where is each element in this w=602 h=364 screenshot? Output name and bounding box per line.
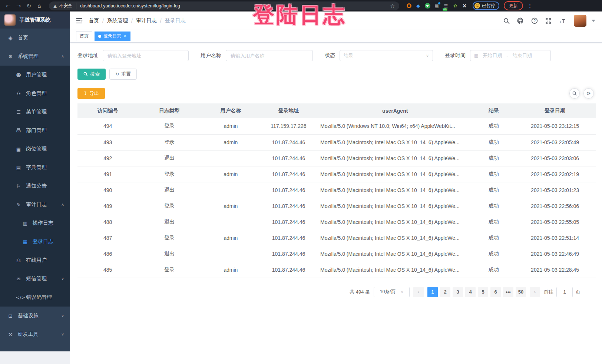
- more-pages-button[interactable]: •••: [503, 287, 513, 297]
- browser-home-icon[interactable]: ⌂: [35, 1, 44, 10]
- sidebar-item-home[interactable]: ◉首页: [0, 29, 70, 47]
- chevron-down-icon: ∨: [61, 314, 64, 318]
- sidebar-item-sms-management[interactable]: ✉短信管理∨: [0, 269, 70, 288]
- login-address-label: 登录地址: [77, 52, 98, 59]
- extension-green-heart-icon[interactable]: ♥: [424, 3, 430, 9]
- sidebar-item-audit-log[interactable]: ✎审计日志∧: [0, 195, 70, 214]
- github-icon[interactable]: [517, 17, 524, 24]
- sidebar-toggle-icon[interactable]: [76, 18, 83, 24]
- sidebar-item-dev-tools[interactable]: ⚒研发工具∨: [0, 325, 70, 344]
- export-button[interactable]: ↧ 导出: [77, 88, 105, 99]
- chevron-down-icon: ∨: [401, 290, 403, 294]
- sidebar-item-infrastructure[interactable]: ⊡基础设施∨: [0, 307, 70, 325]
- breadcrumb-separator: /: [160, 18, 162, 24]
- page-size-select[interactable]: 10条/页 ∨: [374, 287, 410, 297]
- search-icon[interactable]: [503, 18, 510, 24]
- tab-close-icon[interactable]: ✕: [123, 34, 127, 39]
- sidebar-item-operation-log[interactable]: ▥操作日志: [0, 214, 70, 232]
- breadcrumb-item[interactable]: 系统管理: [107, 17, 128, 24]
- sidebar-item-error-code-management[interactable]: </>错误码管理: [0, 288, 70, 307]
- cell-id: 492: [77, 150, 138, 166]
- sidebar-item-role-management[interactable]: ⚇角色管理: [0, 84, 70, 103]
- date-range-picker[interactable]: ▦ 开始日期 - 结束日期: [470, 50, 551, 61]
- profile-paused-badge[interactable]: ☺ 已暂停: [473, 1, 499, 10]
- edit-icon: ✎: [16, 202, 22, 208]
- browser-back-icon[interactable]: ←: [4, 1, 13, 10]
- page-4-button[interactable]: 4: [465, 287, 476, 297]
- table-row: 489登录admin101.87.244.46Mozilla/5.0 (Maci…: [77, 198, 596, 214]
- book-icon: ▤: [16, 165, 22, 171]
- page-6-button[interactable]: 6: [490, 287, 501, 297]
- fullscreen-icon[interactable]: [545, 18, 552, 24]
- cell-date: 2021-05-03 22:55:05: [514, 214, 596, 230]
- cell-type: 退出: [138, 182, 201, 198]
- breadcrumb-item[interactable]: 首页: [89, 17, 99, 24]
- sidebar-item-login-log[interactable]: ▦登录日志: [0, 232, 70, 251]
- next-page-button[interactable]: ›: [530, 287, 540, 297]
- username-input[interactable]: [226, 50, 313, 61]
- browser-update-button[interactable]: 更新: [504, 1, 523, 10]
- address-bar[interactable]: ▲ 不安全 dashboard.yudao.iocoder.cn/system/…: [49, 1, 399, 10]
- prev-page-button[interactable]: ‹: [413, 287, 424, 297]
- sidebar-item-menu-management[interactable]: ☰菜单管理: [0, 103, 70, 121]
- font-size-icon[interactable]: TT: [559, 18, 566, 24]
- sidebar-item-notice-management[interactable]: ⚐通知公告: [0, 177, 70, 195]
- app-logo[interactable]: 芋道管理系统: [0, 11, 70, 29]
- reset-button[interactable]: ↻ 重置: [109, 69, 137, 80]
- cell-user: [201, 182, 261, 198]
- cell-ip: 101.87.244.46: [261, 198, 317, 214]
- cell-date: 2021-05-03 23:12:15: [514, 118, 596, 134]
- logo-image: [4, 14, 16, 26]
- cell-user: admin: [201, 262, 261, 278]
- goto-page-input[interactable]: [556, 287, 573, 297]
- sidebar-item-dict-management[interactable]: ▤字典管理: [0, 158, 70, 177]
- login-address-input[interactable]: [103, 50, 189, 61]
- sidebar-item-online-users[interactable]: ☊在线用户: [0, 251, 70, 269]
- status-select[interactable]: 结果 ∨: [340, 50, 433, 61]
- sidebar-item-label: 短信管理: [26, 275, 47, 282]
- cell-user: [201, 150, 261, 166]
- page-1-button[interactable]: 1: [427, 287, 438, 297]
- avatar-caret-icon[interactable]: [592, 20, 595, 22]
- security-warning[interactable]: ▲ 不安全: [53, 3, 76, 9]
- breadcrumb: 首页/系统管理/审计日志/登录日志: [89, 17, 186, 24]
- extension-orange-icon[interactable]: [406, 3, 412, 9]
- warning-icon: ▲: [53, 3, 57, 9]
- breadcrumb-item[interactable]: 审计日志: [136, 17, 157, 24]
- browser-menu-icon[interactable]: ⋮: [527, 3, 532, 9]
- toggle-search-button[interactable]: [569, 88, 580, 99]
- cell-date: 2021-05-03 22:28:45: [514, 262, 596, 278]
- breadcrumb-separator: /: [102, 18, 104, 24]
- tab-home[interactable]: 首页: [76, 32, 92, 41]
- browser-forward-icon[interactable]: →: [14, 1, 23, 10]
- browser-reload-icon[interactable]: ↻: [24, 1, 33, 10]
- sidebar-item-system-management[interactable]: ⚙系统管理∧: [0, 47, 70, 66]
- page-unit-label: 页: [576, 289, 580, 295]
- page-5-button[interactable]: 5: [478, 287, 488, 297]
- page-2-button[interactable]: 2: [440, 287, 450, 297]
- extension-list-on-icon[interactable]: ☰on: [443, 3, 449, 9]
- date-range-separator: -: [506, 53, 508, 59]
- extensions-puzzle-icon[interactable]: ❌︎: [462, 3, 467, 9]
- cell-ip: 101.87.244.46: [261, 230, 317, 246]
- search-button[interactable]: 搜索: [77, 69, 106, 80]
- monitor-icon: ⊡: [7, 313, 13, 319]
- refresh-button[interactable]: ⟳: [583, 88, 594, 99]
- bookmark-star-icon[interactable]: ☆: [390, 3, 395, 9]
- cell-result: 成功: [473, 182, 514, 198]
- pagination: 共 494 条 10条/页 ∨ ‹ 123456•••50 › 前往 页: [77, 287, 596, 297]
- extension-gem-icon[interactable]: ◆: [415, 3, 421, 9]
- sidebar-item-post-management[interactable]: ▣岗位管理: [0, 140, 70, 158]
- extension-grid-icon[interactable]: ▦: [434, 3, 440, 9]
- page-50-button[interactable]: 50: [516, 287, 526, 297]
- help-icon[interactable]: ?: [531, 17, 538, 24]
- sidebar: 芋道管理系统 ◉首页⚙系统管理∧☻用户管理⚇角色管理☰菜单管理品部门管理▣岗位管…: [0, 11, 70, 364]
- sidebar-item-dept-management[interactable]: 品部门管理: [0, 121, 70, 140]
- tab-login-log[interactable]: 登录日志 ✕: [95, 32, 130, 41]
- sidebar-item-user-management[interactable]: ☻用户管理: [0, 66, 70, 84]
- calendar-icon: ▦: [22, 239, 28, 245]
- extension-leaf-icon[interactable]: ✿: [452, 3, 458, 9]
- page-3-button[interactable]: 3: [453, 287, 463, 297]
- cell-type: 登录: [138, 198, 201, 214]
- user-avatar[interactable]: [574, 15, 586, 27]
